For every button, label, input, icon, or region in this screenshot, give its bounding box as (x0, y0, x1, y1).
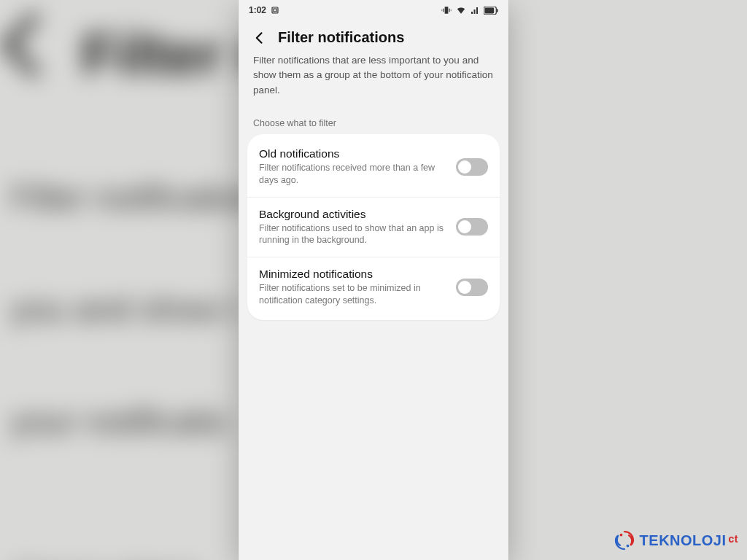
wifi-icon (456, 5, 466, 15)
filter-title: Old notifications (259, 147, 449, 160)
filter-row-background-activities[interactable]: Background activities Filter notificatio… (247, 197, 500, 257)
filter-card: Old notifications Filter notifications r… (247, 134, 500, 320)
phone-frame: 1:02 Filter notifications Filter notific… (239, 0, 508, 560)
svg-rect-3 (484, 7, 494, 13)
svg-rect-4 (497, 9, 498, 12)
filter-row-minimized-notifications[interactable]: Minimized notifications Filter notificat… (247, 257, 500, 317)
filter-subtitle: Filter notifications set to be minimized… (259, 282, 449, 307)
svg-rect-1 (274, 9, 276, 12)
filter-subtitle: Filter notifications used to show that a… (259, 222, 449, 247)
back-button[interactable] (252, 30, 268, 46)
toggle-background-activities[interactable] (456, 218, 488, 236)
filter-title: Minimized notifications (259, 268, 449, 281)
chevron-left-icon (252, 31, 267, 45)
filter-subtitle: Filter notifications received more than … (259, 162, 449, 187)
signal-icon (471, 6, 479, 15)
filter-title: Background activities (259, 208, 449, 221)
svg-rect-0 (272, 7, 278, 13)
page-description: Filter notifications that are less impor… (239, 50, 508, 108)
screenshot-icon (271, 6, 279, 15)
section-label: Choose what to filter (239, 108, 508, 134)
status-time: 1:02 (249, 5, 266, 15)
filter-row-old-notifications[interactable]: Old notifications Filter notifications r… (247, 137, 500, 197)
toggle-minimized-notifications[interactable] (456, 279, 488, 296)
page-title: Filter notifications (278, 29, 404, 46)
toggle-old-notifications[interactable] (456, 158, 488, 176)
battery-indicator (484, 7, 498, 15)
status-bar: 1:02 (239, 0, 508, 19)
vibrate-icon (441, 5, 452, 15)
page-header: Filter notifications (239, 19, 508, 50)
